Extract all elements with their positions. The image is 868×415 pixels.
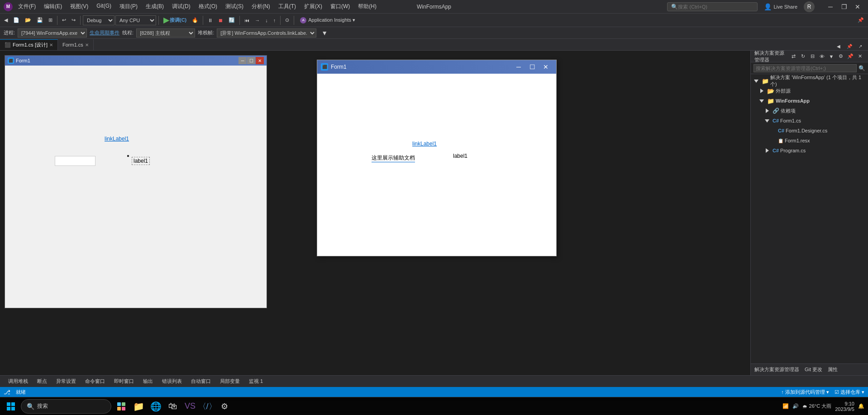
runtime-form-restore[interactable]: ☐	[525, 60, 539, 74]
form-designer-body[interactable]: linkLabel1 label1	[5, 66, 267, 308]
redo-button[interactable]: ↪	[69, 16, 78, 24]
se-minimize-btn[interactable]: ◀	[835, 42, 843, 50]
se-form1-resx[interactable]: 📋 Form1.resx	[751, 136, 868, 146]
se-refresh-btn[interactable]: ↻	[798, 52, 807, 61]
stack-dropdown[interactable]: [异常] WinFormsApp.Controls.linkLabe...	[217, 28, 316, 38]
form-link-label-1[interactable]: linkLabel1	[105, 136, 129, 142]
tab-locals[interactable]: 局部变量	[215, 376, 244, 387]
process-dropdown[interactable]: [7944] WinFormsApp.exe	[18, 28, 87, 38]
menu-tools[interactable]: 工具(T)	[275, 1, 300, 12]
minimize-button[interactable]: ─	[824, 0, 837, 14]
title-search-input[interactable]	[678, 4, 741, 9]
taskbar-store[interactable]: 🛍	[166, 399, 180, 414]
step-over-button[interactable]: →	[253, 16, 262, 24]
notification-icon[interactable]: 🔔	[858, 403, 864, 409]
stack-nav-btn[interactable]: ▼	[319, 28, 330, 38]
se-close-header-btn[interactable]: ✕	[855, 52, 864, 61]
se-search-input[interactable]	[754, 64, 857, 72]
menu-file[interactable]: 文件(F)	[14, 1, 39, 12]
form-designer-restore[interactable]: ☐	[247, 57, 255, 64]
se-bottom-link-1[interactable]: 解决方案资源管理器	[754, 366, 799, 373]
app-insights-button[interactable]: A Application Insights ▾	[296, 16, 359, 25]
open-button[interactable]: 📂	[23, 16, 33, 24]
menu-window[interactable]: 窗口(W)	[327, 1, 353, 12]
se-program-cs[interactable]: C# Program.cs	[751, 146, 868, 156]
se-pin-header-btn[interactable]: 📌	[846, 52, 855, 61]
step-back-button[interactable]: ⏮	[242, 16, 252, 24]
pin-button[interactable]: 📌	[855, 16, 866, 24]
menu-debug[interactable]: 调试(D)	[168, 1, 194, 12]
se-form1-designer[interactable]: C# Form1.Designer.cs	[751, 126, 868, 136]
menu-analyze[interactable]: 分析(N)	[248, 1, 274, 12]
se-filter-btn[interactable]: ▼	[827, 52, 836, 61]
taskbar-edge[interactable]: 🌐	[148, 399, 163, 414]
restart-button[interactable]: 🔄	[226, 16, 237, 24]
fire-button[interactable]: 🔥	[190, 16, 200, 24]
se-float-btn[interactable]: ↗	[856, 42, 864, 50]
se-collapse-btn[interactable]: ⊟	[808, 52, 817, 61]
tab-form1-cs[interactable]: Form1.cs ✕	[58, 39, 94, 50]
tab-command-window[interactable]: 命令窗口	[81, 376, 110, 387]
tab-form1-design-close[interactable]: ✕	[49, 42, 53, 47]
title-search-box[interactable]: 🔍	[667, 2, 758, 11]
tab-form1-cs-close[interactable]: ✕	[85, 42, 89, 47]
se-form1-cs[interactable]: C# Form1.cs	[751, 116, 868, 126]
menu-edit[interactable]: 编辑(E)	[40, 1, 66, 12]
breakpoint-button[interactable]: ⊙	[283, 16, 291, 24]
debug-mode-dropdown[interactable]: Debug	[83, 15, 114, 25]
cpu-dropdown[interactable]: Any CPU	[115, 15, 156, 25]
back-button[interactable]: ◀	[2, 16, 10, 24]
stop-button[interactable]: ⏹	[216, 16, 225, 24]
runtime-link-label[interactable]: linkLabel1	[412, 141, 437, 147]
menu-build[interactable]: 生成(B)	[142, 1, 167, 12]
tab-exception-settings[interactable]: 异常设置	[52, 376, 81, 387]
form-textbox-1[interactable]	[55, 156, 95, 166]
runtime-form-body[interactable]: linkLabel1 这里展示辅助文档 label1	[317, 74, 556, 256]
menu-test[interactable]: 测试(S)	[222, 1, 247, 12]
runtime-form-min[interactable]: ─	[512, 60, 525, 74]
new-file-button[interactable]: 📄	[11, 16, 22, 24]
runtime-form-close[interactable]: ✕	[539, 60, 553, 74]
se-sync-btn[interactable]: ⇄	[789, 52, 798, 61]
menu-extensions[interactable]: 扩展(X)	[300, 1, 326, 12]
live-share-button[interactable]: 👤 Live Share	[761, 3, 800, 10]
tab-form1-design[interactable]: ⬛ Form1.cs [设计] ✕	[0, 39, 58, 50]
taskbar-search-box[interactable]: 🔍 搜索	[21, 399, 111, 414]
add-source-control[interactable]: ↑ 添加到源代码管理 ▾	[781, 389, 829, 396]
form-designer-min[interactable]: ─	[238, 57, 247, 64]
taskbar-devtools[interactable]: ⚙	[217, 399, 232, 414]
step-out-button[interactable]: ↑	[271, 16, 278, 24]
taskbar-widgets-icon[interactable]	[114, 399, 129, 414]
undo-button[interactable]: ↩	[60, 16, 68, 24]
menu-view[interactable]: 视图(V)	[67, 1, 92, 12]
se-project-node[interactable]: 📁 WinFormsApp	[751, 96, 868, 106]
tab-callstack[interactable]: 调用堆栈	[4, 376, 33, 387]
se-bottom-link-3[interactable]: 属性	[828, 366, 838, 373]
thread-dropdown[interactable]: [8288] 主线程	[136, 28, 195, 38]
restore-button[interactable]: ❐	[837, 0, 851, 14]
tab-error-list[interactable]: 错误列表	[157, 376, 186, 387]
step-into-button[interactable]: ↓	[263, 16, 270, 24]
tab-watch-1[interactable]: 监视 1	[244, 376, 267, 387]
menu-project[interactable]: 项目(P)	[116, 1, 141, 12]
form-designer-close[interactable]: ✕	[256, 57, 264, 64]
menu-git[interactable]: Git(G)	[93, 1, 115, 12]
form-label-1[interactable]: label1	[132, 157, 150, 165]
taskbar-vs[interactable]: VS	[183, 399, 197, 414]
pause-button[interactable]: ⏸	[205, 16, 215, 24]
close-button[interactable]: ✕	[851, 0, 864, 14]
se-bottom-link-2[interactable]: Git 更改	[805, 366, 822, 373]
tab-auto-window[interactable]: 自动窗口	[186, 376, 215, 387]
taskbar-vscode[interactable]: 〈/〉	[200, 399, 215, 414]
start-menu-button[interactable]	[4, 399, 18, 414]
save-all-button[interactable]: ⊞	[46, 16, 55, 24]
tab-immediate-window[interactable]: 即时窗口	[110, 376, 138, 387]
menu-help[interactable]: 帮助(H)	[354, 1, 380, 12]
se-dependencies[interactable]: 🔗 依赖项	[751, 106, 868, 116]
select-repo[interactable]: ☑ 选择仓库 ▾	[835, 389, 864, 396]
save-button[interactable]: 💾	[34, 16, 45, 24]
tab-breakpoints[interactable]: 断点	[33, 376, 52, 387]
menu-format[interactable]: 格式(O)	[195, 1, 221, 12]
se-show-all-btn[interactable]: 👁	[817, 52, 826, 61]
se-pin-btn[interactable]: 📌	[844, 42, 854, 50]
